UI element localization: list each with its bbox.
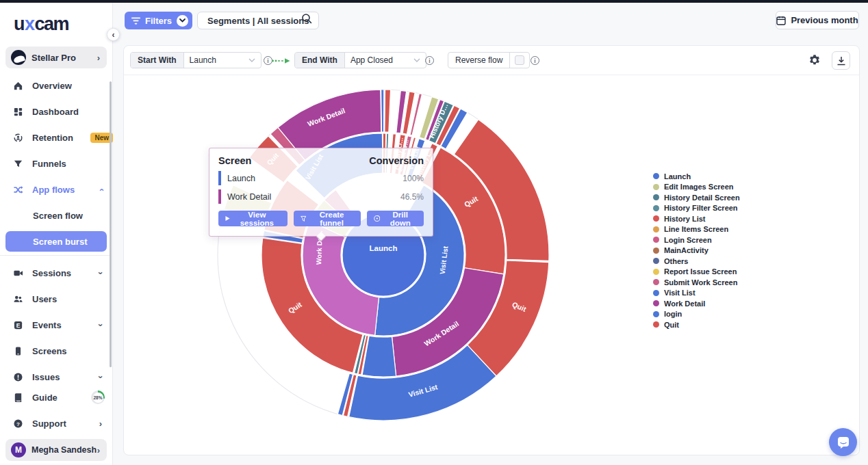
legend-label: History Filter Screen: [664, 204, 738, 212]
drill-down-icon: [374, 215, 381, 222]
chat-widget-button[interactable]: [829, 428, 857, 456]
chart-legend: LaunchEdit Images ScreenHistory Detail S…: [653, 171, 740, 330]
sidebar-item-support[interactable]: ? Support ›: [0, 414, 113, 432]
start-with-select[interactable]: Launch: [184, 53, 261, 68]
search-icon[interactable]: [301, 13, 312, 27]
info-icon[interactable]: i: [531, 56, 539, 65]
sidebar-item-screen-burst[interactable]: Screen burst: [5, 231, 107, 252]
info-icon[interactable]: i: [425, 56, 434, 65]
calendar-icon: [776, 16, 786, 25]
sidebar-scrollbar[interactable]: [110, 81, 112, 367]
sunburst-chart-pane: LaunchVisit ListWork De…QuitWork DetailQ…: [124, 75, 859, 455]
end-with-value: App Closed: [350, 55, 393, 65]
sidebar: uxcam Stellar Pro › Overview Dashboard R…: [0, 3, 113, 465]
legend-label: Others: [664, 257, 688, 265]
legend-item[interactable]: Line Items Screen: [653, 224, 740, 235]
legend-dot: [653, 248, 659, 254]
filters-button[interactable]: Filters: [125, 12, 192, 29]
users-icon: [13, 294, 23, 304]
sidebar-item-app-flows[interactable]: App flows ›: [0, 181, 113, 198]
legend-item[interactable]: Submit Work Screen: [653, 277, 740, 288]
legend-item[interactable]: Launch: [653, 171, 740, 182]
chevron-up-icon: ›: [96, 188, 105, 191]
svg-text:?: ?: [16, 421, 20, 427]
funnel-icon: [301, 215, 307, 222]
dashboard-icon: [13, 107, 23, 117]
end-with-select[interactable]: App Closed: [345, 53, 426, 68]
workspace-switcher[interactable]: Stellar Pro ›: [5, 46, 107, 68]
start-with-label: Start With: [131, 53, 184, 68]
chevron-down-icon: [413, 58, 420, 62]
guide-progress-value: 28%: [93, 393, 103, 403]
sidebar-item-events[interactable]: E Events ›: [0, 316, 113, 334]
tooltip-row-work-detail: Work Detail 46.5%: [209, 187, 433, 206]
legend-label: Work Detail: [664, 300, 705, 308]
sidebar-item-sessions[interactable]: Sessions ›: [0, 264, 113, 282]
legend-label: Login Screen: [664, 236, 712, 244]
download-button[interactable]: [832, 51, 850, 70]
create-funnel-button[interactable]: Create funnel: [294, 211, 361, 226]
sidebar-item-users[interactable]: Users: [0, 290, 113, 308]
flow-arrow-icon: [272, 57, 291, 64]
sidebar-item-overview[interactable]: Overview: [0, 77, 113, 94]
filters-dropdown-circle[interactable]: [177, 15, 188, 27]
alert-icon: [13, 372, 23, 382]
legend-item[interactable]: Quit: [653, 319, 740, 330]
legend-label: Submit Work Screen: [664, 278, 737, 287]
sidebar-item-screen-flow[interactable]: Screen flow: [0, 207, 113, 224]
video-camera-icon: [13, 268, 23, 278]
sidebar-item-dashboard[interactable]: Dashboard: [0, 103, 113, 120]
screen-burst-card: Start With Launch i End With App Closed …: [123, 45, 860, 455]
legend-dot: [653, 269, 659, 275]
funnel-icon: [13, 159, 23, 169]
uxcam-logo: uxcam: [14, 14, 68, 35]
logo-x-mark: x: [24, 14, 35, 34]
legend-item[interactable]: History Filter Screen: [653, 203, 740, 214]
settings-gear-icon[interactable]: [808, 54, 821, 69]
legend-item[interactable]: Work Detail: [653, 298, 740, 309]
chevron-down-icon: ›: [96, 323, 105, 326]
drill-down-button[interactable]: Drill down: [367, 211, 424, 226]
legend-label: Launch: [664, 172, 691, 181]
legend-item[interactable]: Visit List: [653, 288, 740, 299]
legend-dot: [653, 205, 659, 211]
tooltip-conversion-header: Conversion: [369, 155, 424, 166]
sunburst-chart[interactable]: LaunchVisit ListWork De…QuitWork DetailQ…: [124, 75, 859, 455]
legend-item[interactable]: Login Screen: [653, 235, 740, 245]
home-icon: [13, 81, 23, 91]
chart-toolbar: Start With Launch i End With App Closed …: [124, 46, 859, 75]
tooltip-screen-header: Screen: [218, 155, 251, 166]
chevron-down-icon: [179, 18, 186, 23]
view-sessions-button[interactable]: View sessions: [218, 211, 288, 226]
legend-label: Report Issue Screen: [664, 267, 737, 276]
legend-item[interactable]: Report Issue Screen: [653, 267, 740, 278]
filters-label: Filters: [145, 16, 172, 26]
sidebar-item-retention[interactable]: Retention New: [0, 129, 113, 146]
book-icon: [13, 393, 23, 403]
start-with-value: Launch: [190, 55, 216, 65]
legend-item[interactable]: Others: [653, 256, 740, 267]
sidebar-item-funnels[interactable]: Funnels: [0, 155, 113, 172]
user-account-menu[interactable]: M Megha Sandesh ›: [5, 439, 107, 461]
download-icon: [837, 56, 846, 66]
legend-label: Line Items Screen: [664, 225, 728, 233]
sidebar-divider: [0, 255, 110, 256]
sunburst-segment[interactable]: [385, 90, 391, 132]
legend-label: Quit: [664, 321, 679, 329]
tooltip-color-bar: [218, 171, 221, 185]
sidebar-item-issues[interactable]: Issues ›: [0, 368, 113, 386]
previous-month-button[interactable]: Previous month: [776, 11, 859, 29]
sunburst-segment[interactable]: [381, 90, 384, 132]
end-with-label: End With: [295, 53, 345, 68]
legend-dot: [653, 184, 659, 190]
legend-item[interactable]: History Detail Screen: [653, 192, 740, 203]
legend-item[interactable]: login: [653, 309, 740, 320]
legend-label: MainActivity: [664, 246, 709, 254]
sidebar-item-guide[interactable]: Guide 28%: [0, 388, 113, 406]
legend-item[interactable]: History List: [653, 213, 740, 224]
sidebar-collapse-button[interactable]: ‹: [107, 28, 120, 41]
legend-item[interactable]: MainActivity: [653, 245, 740, 256]
legend-item[interactable]: Edit Images Screen: [653, 182, 740, 193]
sidebar-item-screens[interactable]: Screens: [0, 342, 113, 360]
reverse-flow-checkbox[interactable]: [515, 55, 524, 65]
